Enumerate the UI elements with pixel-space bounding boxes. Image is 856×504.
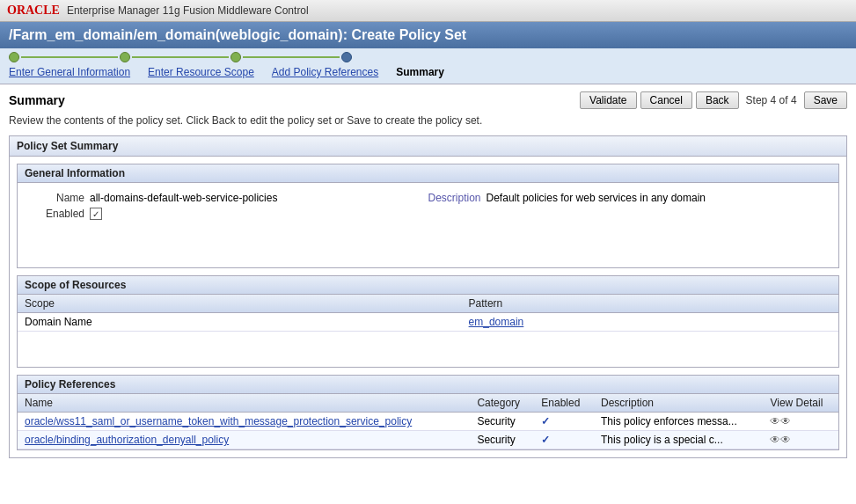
- save-button[interactable]: Save: [804, 91, 847, 109]
- step3-label[interactable]: Add Policy References: [272, 66, 378, 78]
- enabled-label: Enabled: [32, 208, 84, 220]
- steps-labels: Enter General Information Enter Resource…: [9, 66, 847, 78]
- toolbar: Validate Cancel Back Step 4 of 4 Save: [580, 91, 847, 109]
- policy-cell-name: oracle/binding_authorization_denyall_pol…: [18, 431, 470, 449]
- cancel-button[interactable]: Cancel: [640, 91, 692, 109]
- steps-track: [9, 52, 847, 62]
- app-header: ORACLE Enterprise Manager 11g Fusion Mid…: [0, 0, 856, 22]
- step2-dot: [120, 52, 130, 62]
- policy-cell-description: This policy enforces messa...: [594, 413, 763, 431]
- step3-line: [243, 56, 340, 58]
- step2-line: [132, 56, 229, 58]
- enabled-check: ✓: [541, 434, 550, 446]
- scope-col-pattern: Pattern: [462, 295, 838, 313]
- scope-cell-scope: Domain Name: [18, 313, 462, 332]
- view-detail-icon[interactable]: 👁👁: [770, 434, 791, 446]
- scope-pattern-link[interactable]: em_domain: [469, 316, 524, 328]
- scope-table-row: Domain Name em_domain: [18, 313, 838, 332]
- enabled-field-row: Enabled ✓: [32, 208, 393, 220]
- scope-spacer: [18, 332, 838, 367]
- general-info-body: Name all-domains-default-web-service-pol…: [18, 183, 838, 232]
- policy-references-section: Policy References Name Category Enabled …: [17, 375, 839, 450]
- policy-name-link[interactable]: oracle/wss11_saml_or_username_token_with…: [25, 415, 412, 427]
- policy-cell-name: oracle/wss11_saml_or_username_token_with…: [18, 413, 470, 431]
- name-field-row: Name all-domains-default-web-service-pol…: [32, 192, 393, 204]
- page-title: /Farm_em_domain/em_domain(weblogic_domai…: [9, 27, 466, 42]
- description-label: Description: [428, 192, 481, 204]
- policy-references-title: Policy References: [18, 376, 838, 394]
- policy-set-title: Policy Set Summary: [10, 136, 846, 157]
- policy-name-link[interactable]: oracle/binding_authorization_denyall_pol…: [25, 434, 229, 446]
- policy-cell-detail: 👁👁: [763, 431, 838, 449]
- policy-cell-detail: 👁👁: [763, 413, 838, 431]
- summary-header: Summary Validate Cancel Back Step 4 of 4…: [9, 91, 847, 109]
- info-text: Review the contents of the policy set. C…: [9, 114, 847, 127]
- policy-col-name: Name: [18, 394, 470, 413]
- policy-table-row: oracle/wss11_saml_or_username_token_with…: [18, 413, 838, 431]
- scope-table: Scope Pattern Domain Name em_domain: [18, 295, 838, 332]
- step4-label: Summary: [396, 66, 444, 78]
- general-info-section: General Information Name all-domains-def…: [17, 164, 839, 268]
- scope-title: Scope of Resources: [18, 276, 838, 295]
- enabled-checkbox[interactable]: ✓: [90, 208, 102, 220]
- step-indicator: Step 4 of 4: [746, 94, 797, 106]
- back-button[interactable]: Back: [696, 91, 739, 109]
- app-title: Enterprise Manager 11g Fusion Middleware…: [67, 4, 309, 17]
- policy-col-detail: View Detail: [763, 394, 838, 413]
- step4-dot: [341, 52, 352, 62]
- scope-cell-pattern: em_domain: [462, 313, 838, 332]
- scope-col-scope: Scope: [18, 295, 462, 313]
- policy-set-section: Policy Set Summary General Information N…: [9, 135, 847, 458]
- page-title-bar: /Farm_em_domain/em_domain(weblogic_domai…: [0, 22, 856, 48]
- enabled-check: ✓: [541, 415, 550, 427]
- policy-col-description: Description: [594, 394, 763, 413]
- oracle-logo: ORACLE: [7, 4, 60, 18]
- oracle-wordmark: ORACLE: [7, 4, 60, 18]
- scope-section: Scope of Resources Scope Pattern Domain …: [17, 275, 839, 368]
- view-detail-icon[interactable]: 👁👁: [770, 415, 791, 427]
- general-info-spacer: [18, 232, 838, 267]
- policy-cell-description: This policy is a special c...: [594, 431, 763, 449]
- policy-cell-enabled: ✓: [534, 413, 594, 431]
- policy-col-enabled: Enabled: [534, 394, 594, 413]
- validate-button[interactable]: Validate: [580, 91, 636, 109]
- general-info-title: General Information: [18, 164, 838, 183]
- step1-label[interactable]: Enter General Information: [9, 66, 130, 78]
- policy-table: Name Category Enabled Description View D…: [18, 394, 838, 449]
- summary-title: Summary: [9, 93, 65, 107]
- policy-cell-category: Security: [470, 413, 534, 431]
- wizard-steps: Enter General Information Enter Resource…: [0, 48, 856, 84]
- policy-table-row: oracle/binding_authorization_denyall_pol…: [18, 431, 838, 449]
- name-label: Name: [32, 192, 84, 204]
- description-value: Default policies for web services in any…: [487, 192, 706, 204]
- step3-dot: [230, 52, 241, 62]
- description-field-row: Description Default policies for web ser…: [428, 192, 825, 204]
- policy-cell-enabled: ✓: [534, 431, 594, 449]
- policy-col-category: Category: [470, 394, 534, 413]
- main-content: Summary Validate Cancel Back Step 4 of 4…: [0, 84, 856, 465]
- name-value: all-domains-default-web-service-policies: [90, 192, 277, 204]
- step1-line: [21, 56, 118, 58]
- step2-label[interactable]: Enter Resource Scope: [148, 66, 254, 78]
- policy-cell-category: Security: [470, 431, 534, 449]
- step1-dot: [9, 52, 19, 62]
